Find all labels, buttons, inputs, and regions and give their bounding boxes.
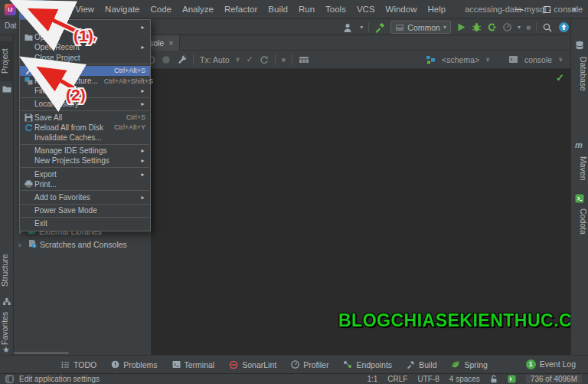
tool-button-build[interactable]: Build — [407, 360, 436, 369]
menu-edit[interactable]: Edit — [44, 0, 70, 19]
editor-area[interactable]: ✓ BLOGCHIASEKIENTHUC.COM — [151, 69, 570, 355]
tool-button-sonarlint[interactable]: SonarLint — [229, 360, 276, 369]
run-with-coverage-icon[interactable] — [487, 22, 497, 32]
tool-button-label: Profiler — [303, 360, 328, 369]
menu-item-manage-ide-settings[interactable]: Manage IDE Settings► — [20, 146, 150, 156]
scratches-icon — [28, 239, 37, 250]
profiler-icon[interactable] — [502, 22, 512, 32]
horizontal-scrollbar[interactable] — [14, 352, 69, 354]
db-console-toolbar: Tx: Auto ∨ ✓ ■ <schema> ∨ console ∨ — [151, 51, 570, 69]
file-encoding[interactable]: UTF-8 — [417, 375, 439, 383]
menu-item-local-history[interactable]: Local History► — [20, 99, 150, 109]
tool-button-event-log[interactable]: 1 Event Log — [526, 355, 576, 373]
file-menu-dropdown: New► Open... Open Recent► Close Project … — [19, 19, 151, 231]
settings-wrench-icon[interactable] — [177, 54, 187, 64]
menu-analyze[interactable]: Analyze — [177, 0, 219, 19]
menu-item-invalidate-caches[interactable]: Invalidate Caches... — [20, 133, 150, 143]
reload-icon — [23, 123, 34, 132]
menu-file[interactable]: File — [19, 0, 44, 19]
run-configuration-select[interactable]: Common ▾ — [390, 21, 451, 34]
tool-window-tab-favorites[interactable]: Favorites — [0, 310, 14, 346]
submenu-arrow-icon: ► — [140, 195, 145, 200]
menu-item-add-to-favorites[interactable]: Add to Favorites► — [20, 192, 150, 202]
codota-status-icon[interactable] — [508, 375, 516, 383]
tree-item-scratches[interactable]: › Scratches and Consoles — [18, 239, 127, 250]
menu-item-close-project[interactable]: Close Project — [20, 53, 150, 63]
tool-button-endpoints[interactable]: Endpoints — [343, 360, 392, 369]
lock-icon[interactable] — [490, 375, 498, 383]
menu-item-print[interactable]: Print... — [20, 179, 150, 189]
right-tool-strip: Database m Maven Codota — [570, 19, 588, 373]
menu-item-save-all[interactable]: Save All Ctrl+S — [20, 113, 150, 123]
indent-style[interactable]: 4 spaces — [449, 375, 480, 383]
tool-window-tab-maven[interactable]: Maven — [571, 152, 588, 185]
build-hammer-icon[interactable] — [374, 22, 385, 33]
menu-build[interactable]: Build — [263, 0, 293, 19]
open-folder-icon — [23, 34, 34, 41]
stop-circle-icon — [162, 55, 171, 64]
maximize-button[interactable] — [533, 0, 560, 19]
menu-item-settings[interactable]: Settings... Ctrl+Alt+S — [20, 66, 150, 76]
menu-run[interactable]: Run — [293, 0, 320, 19]
close-button[interactable]: × — [560, 0, 588, 19]
menu-separator — [21, 144, 149, 145]
menu-item-power-save-mode[interactable]: Power Save Mode — [20, 205, 150, 215]
debug-icon[interactable] — [472, 22, 482, 32]
ide-window: IJ File Edit View Navigate Code Analyze … — [0, 0, 588, 384]
tool-button-todo[interactable]: TODO — [61, 360, 96, 369]
bottom-tool-bar: TODO Problems Terminal SonarLint Profile… — [0, 355, 588, 373]
update-icon[interactable] — [558, 21, 570, 33]
menu-item-export[interactable]: Export► — [20, 169, 150, 179]
menu-item-project-structure[interactable]: Project Structure... Ctrl+Alt+Shift+S — [20, 76, 150, 86]
close-tab-icon[interactable]: × — [168, 38, 173, 48]
tool-button-label: SonarLint — [242, 360, 276, 369]
menu-view[interactable]: View — [70, 0, 100, 19]
save-floppy-icon — [23, 113, 34, 122]
menu-window[interactable]: Window — [381, 0, 423, 19]
menu-separator — [21, 204, 149, 205]
menu-item-new[interactable]: New► — [20, 22, 150, 32]
tool-button-profiler[interactable]: Profiler — [291, 360, 328, 369]
menu-help[interactable]: Help — [422, 0, 451, 19]
profile-user-icon[interactable] — [343, 22, 354, 33]
menu-item-exit[interactable]: Exit — [20, 218, 150, 228]
output-table-icon[interactable] — [299, 55, 309, 64]
search-everywhere-icon[interactable] — [542, 22, 553, 33]
terminal-icon — [172, 360, 181, 369]
minimize-button[interactable] — [505, 0, 533, 19]
line-separator[interactable]: CRLF — [387, 375, 407, 383]
tool-window-tab-database[interactable]: Database — [571, 50, 588, 97]
run-icon[interactable] — [456, 22, 466, 32]
tx-mode-select[interactable]: Tx: Auto — [200, 55, 230, 64]
tool-button-problems[interactable]: Problems — [111, 360, 157, 369]
menu-tools[interactable]: Tools — [320, 0, 351, 19]
tool-window-tab-codota[interactable]: Codota — [571, 204, 588, 239]
caret-position[interactable]: 1:1 — [367, 375, 377, 383]
console-select[interactable]: console — [524, 55, 552, 64]
editor-tab-bar — [151, 35, 570, 51]
menu-separator — [21, 190, 149, 191]
menu-navigate[interactable]: Navigate — [100, 0, 145, 19]
rollback-icon — [260, 55, 269, 64]
menu-item-file-properties[interactable]: File Properties► — [20, 86, 150, 96]
commit-check-icon: ✓ — [246, 54, 253, 64]
problems-icon — [111, 360, 119, 369]
schema-select[interactable]: <schema> — [442, 55, 479, 64]
menu-code[interactable]: Code — [145, 0, 177, 19]
menu-item-open-recent[interactable]: Open Recent► — [20, 42, 150, 52]
menu-item-open[interactable]: Open... — [20, 32, 150, 42]
tool-button-label: Build — [419, 360, 436, 369]
memory-indicator[interactable]: 736 of 4096M — [526, 375, 582, 383]
tool-window-tab-project[interactable]: Project — [0, 41, 14, 81]
submenu-arrow-icon: ► — [140, 158, 145, 163]
menu-vcs[interactable]: VCS — [351, 0, 381, 19]
menu-item-new-projects-settings[interactable]: New Projects Settings► — [20, 156, 150, 166]
submenu-arrow-icon: ► — [140, 25, 145, 30]
tool-button-terminal[interactable]: Terminal — [172, 360, 215, 369]
menu-item-reload-all[interactable]: Reload All from Disk Ctrl+Alt+Y — [20, 123, 150, 133]
tool-window-tab-structure[interactable]: Structure — [0, 248, 14, 293]
tool-window-toggle-icon[interactable] — [5, 375, 14, 383]
expand-chevron-icon[interactable]: › — [18, 240, 24, 249]
menu-refactor[interactable]: Refactor — [219, 0, 263, 19]
tool-button-spring[interactable]: Spring — [451, 360, 487, 369]
